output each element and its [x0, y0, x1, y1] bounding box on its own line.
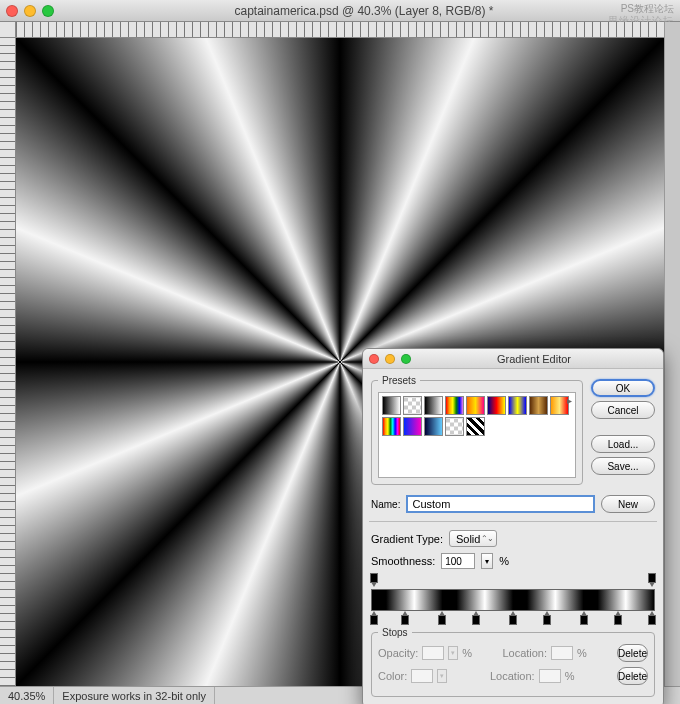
color-location-label: Location:: [490, 670, 535, 682]
save-button[interactable]: Save...: [591, 457, 655, 475]
load-button[interactable]: Load...: [591, 435, 655, 453]
preset-swatch[interactable]: [403, 396, 422, 415]
dialog-button-column: OK Cancel Load... Save...: [591, 375, 655, 485]
percent-label: %: [499, 555, 509, 567]
color-label: Color:: [378, 670, 407, 682]
color-stop[interactable]: [580, 615, 588, 625]
preset-swatch[interactable]: [445, 417, 464, 436]
color-stop[interactable]: [472, 615, 480, 625]
gradient-editor-dialog: Gradient Editor Presets ▸ OK Cancel Load…: [362, 348, 664, 704]
presets-flyout-icon[interactable]: ▸: [567, 395, 572, 406]
opacity-location-label: Location:: [502, 647, 547, 659]
opacity-dropdown-icon: ▾: [448, 646, 458, 660]
new-button[interactable]: New: [601, 495, 655, 513]
dialog-body: Presets ▸ OK Cancel Load... Save... Name…: [363, 369, 663, 704]
zoom-level[interactable]: 40.35%: [0, 687, 54, 704]
dialog-traffic-lights: [369, 354, 411, 364]
name-input[interactable]: [406, 495, 595, 513]
opacity-label: Opacity:: [378, 647, 418, 659]
preset-swatch[interactable]: [445, 396, 464, 415]
color-stop[interactable]: [370, 615, 378, 625]
window-title: captainamerica.psd @ 40.3% (Layer 8, RGB…: [54, 4, 674, 18]
name-label: Name:: [371, 499, 400, 510]
color-stop[interactable]: [438, 615, 446, 625]
preset-swatch[interactable]: [403, 417, 422, 436]
presets-grid: [382, 396, 572, 436]
preset-swatch[interactable]: [424, 417, 443, 436]
color-stop[interactable]: [509, 615, 517, 625]
minimize-window-button[interactable]: [24, 5, 36, 17]
presets-fieldset: Presets ▸: [371, 375, 583, 485]
preset-swatch[interactable]: [382, 417, 401, 436]
ruler-corner: [0, 22, 16, 38]
opacity-stops-track[interactable]: [371, 573, 655, 583]
color-stop[interactable]: [401, 615, 409, 625]
presets-panel: ▸: [378, 392, 576, 478]
dialog-zoom-button[interactable]: [401, 354, 411, 364]
preset-swatch[interactable]: [487, 396, 506, 415]
smoothness-input[interactable]: [441, 553, 475, 569]
gradient-type-select[interactable]: Solid: [449, 530, 497, 547]
color-stop[interactable]: [543, 615, 551, 625]
stops-fieldset: Stops Opacity: ▾ % Location: % Delete Co…: [371, 627, 655, 697]
preset-swatch[interactable]: [382, 396, 401, 415]
close-window-button[interactable]: [6, 5, 18, 17]
color-swatch: [411, 669, 433, 683]
preset-swatch[interactable]: [529, 396, 548, 415]
preset-swatch[interactable]: [508, 396, 527, 415]
ruler-vertical[interactable]: [0, 38, 16, 686]
preset-swatch[interactable]: [466, 396, 485, 415]
smoothness-dropdown-icon[interactable]: ▾: [481, 553, 493, 569]
opacity-value-input: [422, 646, 444, 660]
window-titlebar: captainamerica.psd @ 40.3% (Layer 8, RGB…: [0, 0, 680, 22]
opacity-location-input: [551, 646, 573, 660]
presets-legend: Presets: [378, 375, 420, 386]
status-info[interactable]: Exposure works in 32-bit only: [54, 687, 215, 704]
dialog-title: Gradient Editor: [411, 353, 657, 365]
ruler-horizontal[interactable]: [16, 22, 664, 38]
color-dropdown-icon: ▾: [437, 669, 447, 683]
gradient-bar[interactable]: [371, 589, 655, 611]
smoothness-label: Smoothness:: [371, 555, 435, 567]
stops-legend: Stops: [378, 627, 412, 638]
dialog-minimize-button[interactable]: [385, 354, 395, 364]
dialog-close-button[interactable]: [369, 354, 379, 364]
color-stop[interactable]: [648, 615, 656, 625]
opacity-delete-button: Delete: [617, 644, 648, 662]
color-location-input: [539, 669, 561, 683]
cancel-button[interactable]: Cancel: [591, 401, 655, 419]
dialog-titlebar[interactable]: Gradient Editor: [363, 349, 663, 369]
traffic-lights: [6, 5, 54, 17]
preset-swatch[interactable]: [424, 396, 443, 415]
scrollbar-vertical[interactable]: [664, 22, 680, 686]
gradient-type-label: Gradient Type:: [371, 533, 443, 545]
preset-swatch[interactable]: [466, 417, 485, 436]
zoom-window-button[interactable]: [42, 5, 54, 17]
ok-button[interactable]: OK: [591, 379, 655, 397]
color-stop[interactable]: [614, 615, 622, 625]
color-stops-track[interactable]: [371, 615, 655, 625]
color-delete-button: Delete: [617, 667, 648, 685]
